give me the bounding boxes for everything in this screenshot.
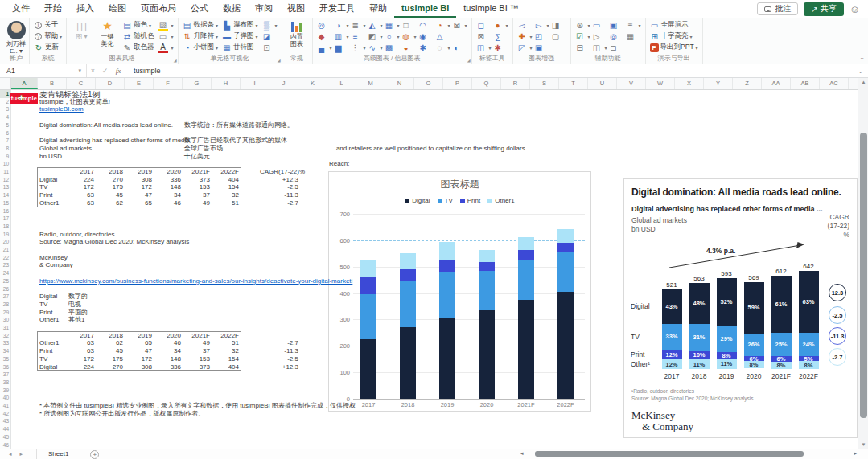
row-header-8[interactable]: 8 (0, 145, 10, 153)
ribbon-item-icon[interactable]: ◔▾ (434, 19, 451, 31)
row-header-22[interactable]: 22 (0, 254, 10, 262)
menu-item-页面布局[interactable]: 页面布局 (134, 0, 183, 18)
formula-bar-expand-icon[interactable]: ⌄ (858, 68, 868, 75)
row-header-43[interactable]: 43 (0, 417, 10, 425)
name-box[interactable]: A1 ▾ (0, 64, 87, 77)
dialog-launcher-icon[interactable]: ◢ (278, 58, 281, 63)
ribbon-item-icon[interactable]: ⊛▾ (574, 19, 591, 31)
cell-E33[interactable]: 65 (126, 339, 152, 347)
ribbon-item-取色器[interactable]: ✎取色器 (121, 42, 155, 53)
row-header-39[interactable]: 39 (0, 387, 10, 395)
ribbon-big-item-一键美化[interactable]: ★一键 美化 (96, 19, 119, 47)
tab-nav-left-icon[interactable]: ◂ (5, 451, 16, 457)
ribbon-item-icon[interactable]: ◒ (401, 42, 418, 53)
menu-item-绘图[interactable]: 绘图 (101, 0, 134, 18)
cell-C15[interactable]: 63 (68, 199, 94, 207)
cell-D33[interactable]: 62 (97, 339, 123, 347)
ribbon-item-icon[interactable]: ◌▾ (434, 42, 451, 53)
cell-C35[interactable]: 172 (68, 355, 94, 363)
ribbon-item-icon[interactable]: ◅ (516, 19, 533, 31)
account-column[interactable]: 刘万祥E.. ▾ (6, 19, 26, 55)
ribbon-item-子弹图[interactable]: ▬子弹图▾ (221, 31, 259, 42)
row-header-27[interactable]: 27 (0, 293, 10, 301)
row-header-34[interactable]: 34 (0, 347, 10, 355)
ribbon-item-icon[interactable]: ◫▾ (475, 42, 492, 53)
ribbon-item-全屏演示[interactable]: ▭全屏演示 (649, 19, 699, 31)
ribbon-item-icon[interactable]: ▷ (591, 31, 608, 42)
row-header-28[interactable]: 28 (0, 301, 10, 309)
cell-G14[interactable]: 37 (184, 191, 210, 199)
cell-D32[interactable]: 2018 (97, 332, 123, 340)
cell-C27[interactable]: 数字的 (68, 293, 88, 301)
column-header-U[interactable]: U (588, 78, 617, 89)
ribbon-item-icon[interactable]: ▦▾ (384, 19, 401, 31)
cell-B8[interactable]: Global ad markets (39, 145, 92, 153)
cell-L10[interactable]: Reach: (329, 160, 349, 168)
ribbon-item-icon[interactable]: ▭ (591, 19, 608, 31)
cell-F35[interactable]: 148 (155, 355, 181, 363)
column-header-X[interactable]: X (675, 78, 704, 89)
cell-E12[interactable]: 308 (126, 176, 152, 184)
cell-H34[interactable]: 32 (213, 347, 239, 355)
cell-E32[interactable]: 2019 (126, 332, 152, 340)
row-header-40[interactable]: 40 (0, 394, 10, 402)
name-box-chevron-icon[interactable]: ▾ (78, 68, 86, 74)
vertical-scroll-thumb[interactable] (860, 133, 867, 418)
ribbon-item-icon[interactable]: ◸▾ (516, 42, 533, 53)
ribbon-item-icon[interactable]: ▭▾ (158, 31, 175, 42)
cell-B7[interactable]: Digital advertising has replaced other f… (39, 137, 190, 145)
ribbon-item-icon[interactable]: ▩ (384, 42, 401, 53)
cell-H15[interactable]: 51 (213, 199, 239, 207)
column-header-Z[interactable]: Z (733, 78, 762, 89)
ribbon-item-icon[interactable]: ⋮▾ (350, 42, 367, 53)
ribbon-item-icon[interactable]: ●▾ (492, 19, 509, 31)
cell-C12[interactable]: 224 (68, 176, 94, 184)
cell-D12[interactable]: 270 (97, 176, 123, 184)
cell-H12[interactable]: 404 (213, 176, 239, 184)
row-header-2[interactable]: 2 (0, 98, 10, 106)
cell-H33[interactable]: 51 (213, 339, 239, 347)
cell-F13[interactable]: 148 (155, 183, 181, 191)
column-header-S[interactable]: S (530, 78, 559, 89)
row-header-20[interactable]: 20 (0, 238, 10, 246)
ribbon-item-瀑布图[interactable]: ▙瀑布图▾ (221, 19, 259, 31)
row-header-33[interactable]: 33 (0, 339, 10, 347)
cell-D15[interactable]: 62 (97, 199, 123, 207)
cell-H14[interactable]: 32 (213, 191, 239, 199)
ribbon-item-icon[interactable]: ∑ (492, 31, 509, 42)
mckinsey-chart-object[interactable]: Digital domination: All media roads lead… (623, 178, 858, 438)
column-header-H[interactable]: H (212, 78, 241, 89)
ribbon-item-icon[interactable]: ▣ (533, 42, 550, 53)
user-name-suffix[interactable]: E.. ▾ (6, 47, 26, 55)
ribbon-big-item-内置图表[interactable]: 内置 图表 (286, 19, 309, 47)
stacked-bar-chart-object[interactable]: 图表标题 DigitalTVPrintOther1 01002003004005… (328, 171, 591, 412)
cell-G15[interactable]: 49 (184, 199, 210, 207)
scroll-right-icon[interactable]: ▸ (854, 450, 857, 457)
ribbon-item-icon[interactable]: ◠ (418, 19, 434, 31)
ribbon-item-icon[interactable]: ▦ (625, 31, 642, 42)
cell-F15[interactable]: 46 (155, 199, 181, 207)
ribbon-item-icon[interactable]: ⊟ (574, 42, 591, 53)
cell-B34[interactable]: Print (39, 347, 52, 355)
row-header-16[interactable]: 16 (0, 207, 10, 215)
cell-C32[interactable]: 2017 (68, 332, 94, 340)
cell-F32[interactable]: 2020 (155, 332, 181, 340)
cell-E35[interactable]: 172 (126, 355, 152, 363)
column-header-AC[interactable]: AC (820, 78, 849, 89)
cell-C14[interactable]: 63 (68, 191, 94, 199)
ribbon-item-小饼图[interactable]: ◔小饼图▾ (182, 42, 220, 53)
cell-G7[interactable]: 数字广告已经取代了其他形式的媒体 (184, 137, 287, 145)
scroll-up-icon[interactable]: ▲ (858, 80, 868, 84)
cell-F36[interactable]: 336 (155, 363, 181, 371)
row-header-42[interactable]: 42 (0, 410, 10, 418)
cell-B41[interactable]: * 本范例文件由 tusimpleBI 精选专业例图，录入所有文字和数据，使用 … (39, 402, 356, 410)
ribbon-item-icon[interactable]: ✚▾ (516, 31, 533, 42)
ribbon-item-icon[interactable]: ○▾ (384, 31, 401, 42)
column-header-F[interactable]: F (154, 78, 183, 89)
feedback-smiley-icon[interactable]: ☺ (849, 4, 860, 14)
cell-I14[interactable]: -11.3 (242, 191, 298, 199)
cell-B20[interactable]: Source: Magna Global Dec 2020; McKinsey … (39, 238, 189, 246)
cell-G32[interactable]: 2021F (184, 332, 210, 340)
column-header-D[interactable]: D (96, 78, 125, 89)
row-header-25[interactable]: 25 (0, 277, 10, 285)
